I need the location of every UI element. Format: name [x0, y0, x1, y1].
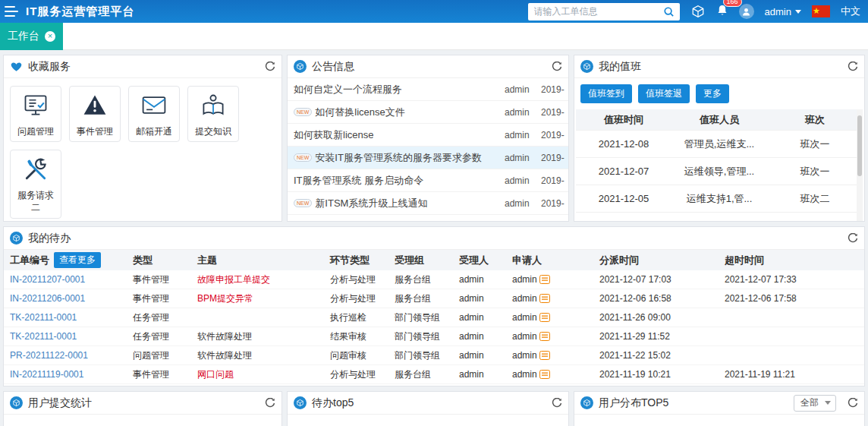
duty-more-button[interactable]: 更多 [696, 84, 729, 103]
todo-row: IN-20211119-0001 事件管理 网口问题 分析与处理 服务台组 ad… [4, 365, 864, 384]
view-more-button[interactable]: 查看更多 [54, 252, 101, 268]
ticket-link[interactable]: PR-20211122-0001 [10, 350, 88, 361]
service-card-label: 服务请求二 [16, 189, 55, 213]
user-menu[interactable]: admin [765, 6, 801, 17]
ticket-link[interactable]: IN-20211207-0001 [10, 274, 85, 285]
announcement-item[interactable]: IT服务管理系统 服务启动命令 admin 2019- [288, 169, 568, 192]
announcement-item-highlighted[interactable]: NEW 安装IT服务管理系统的服务器要求参数 admin 2019- [288, 147, 568, 169]
panel-title: 用户分布TOP5 [599, 396, 668, 410]
service-card-label: 提交知识 [195, 125, 231, 137]
todo-row: TK-202111-0001 任务管理 软件故障处理 结果审核 部门领导组 ad… [4, 327, 864, 346]
applicant-detail-icon [539, 332, 550, 341]
ticket-link[interactable]: IN-20211119-0001 [10, 369, 83, 380]
todo-row: IN-20211206-0001 事件管理 BPM提交异常 分析与处理 服务台组… [4, 289, 864, 308]
service-card-incident[interactable]: 事件管理 [69, 86, 121, 142]
ticket-link[interactable]: TK-202111-0001 [10, 312, 77, 323]
duty-row: 2021-12-05运维支持1,管...班次二 [576, 185, 863, 213]
menu-icon[interactable] [5, 6, 18, 17]
service-card-knowledge[interactable]: 提交知识 [187, 86, 239, 142]
scope-filter-select[interactable]: 全部 [794, 395, 836, 412]
service-card-label: 邮箱开通 [136, 125, 172, 137]
refresh-icon[interactable] [265, 62, 275, 72]
app-window: IT服务运营管理平台 166 admin ★ [0, 0, 868, 426]
refresh-icon[interactable] [848, 398, 858, 409]
user-avatar[interactable] [739, 4, 754, 19]
announcement-item[interactable]: 如何获取新license admin 2019- [288, 124, 568, 147]
tab-label: 工作台 [8, 30, 39, 43]
applicant-detail-icon [539, 370, 550, 379]
todo-row: PR-20211122-0001 问题管理 软件故障处理 问题审核 部门领导组 … [4, 346, 864, 365]
applicant-detail-icon [539, 275, 550, 284]
todo-row: TK-202111-0001 任务管理 执行巡检 部门领导组 admin adm… [4, 308, 864, 327]
new-badge: NEW [294, 199, 312, 207]
user-distribution-panel: 用户分布TOP5 全部 [574, 391, 865, 426]
refresh-icon[interactable] [848, 62, 858, 72]
applicant-detail-icon [539, 294, 550, 303]
panel-title: 收藏服务 [28, 60, 71, 74]
service-card-email[interactable]: 邮箱开通 [128, 86, 180, 142]
tools-icon [22, 156, 49, 186]
app-title: IT服务运营管理平台 [26, 5, 134, 19]
search-box [528, 3, 680, 21]
refresh-icon[interactable] [552, 398, 562, 409]
duty-table-header: 值班时间值班人员班次 [576, 109, 863, 131]
new-badge: NEW [294, 153, 312, 162]
applicant-detail-icon [539, 313, 550, 322]
panel-title: 公告信息 [312, 60, 354, 74]
refresh-icon[interactable] [552, 62, 562, 72]
announcements-panel: 公告信息 如何自定义一个流程服务 admin 2019- NEW 如何替换lic… [287, 55, 569, 222]
tab-bar: 工作台 × [0, 23, 868, 50]
notification-count-badge: 166 [723, 0, 742, 7]
announcement-cube-icon [294, 60, 307, 73]
service-card-label: 事件管理 [77, 125, 113, 137]
panel-title: 我的值班 [599, 60, 641, 74]
todo-table-header: 工单编号查看更多 类型 主题 环节类型 受理组 受理人 申请人 分派时间 超时时… [4, 250, 864, 270]
duty-signin-button[interactable]: 值班签到 [580, 84, 632, 103]
top5-cube-icon [294, 396, 307, 409]
duty-cube-icon [580, 60, 593, 73]
app-cube-icon[interactable] [690, 4, 706, 19]
tab-close-icon[interactable]: × [45, 31, 55, 42]
heart-icon [10, 61, 23, 72]
duty-row: 2021-12-07运维领导,管理...班次一 [576, 158, 863, 185]
todo-row: IN-20211207-0001 事件管理 故障申报工单提交 分析与处理 服务台… [4, 270, 864, 289]
panel-title: 待办top5 [312, 396, 354, 410]
duty-scrollbar[interactable] [857, 109, 863, 221]
ticket-link[interactable]: TK-202111-0001 [10, 331, 77, 342]
stats-cube-icon [10, 396, 23, 409]
tab-workbench[interactable]: 工作台 × [0, 23, 63, 50]
notifications-bell-icon[interactable]: 166 [716, 4, 728, 20]
main-content: 收藏服务 问题管理 [0, 50, 868, 426]
applicant-detail-icon [539, 351, 550, 360]
search-icon[interactable] [662, 5, 677, 19]
service-card-label: 问题管理 [17, 125, 54, 137]
duty-panel: 我的值班 值班签到 值班签退 更多 值班时间值班人员班次 2021-12-08管… [574, 55, 865, 222]
announcement-item[interactable]: 如何自定义一个流程服务 admin 2019- [288, 78, 568, 101]
email-icon [140, 92, 168, 122]
ticket-link[interactable]: IN-20211206-0001 [10, 293, 85, 304]
todo-panel: 我的待办 工单编号查看更多 类型 主题 环节类型 受理组 受理人 申请人 分派时… [3, 226, 865, 387]
refresh-icon[interactable] [848, 233, 858, 244]
favorites-panel: 收藏服务 问题管理 [3, 55, 282, 222]
new-badge: NEW [294, 108, 312, 116]
alert-triangle-icon [81, 92, 108, 122]
chevron-down-icon [825, 401, 831, 405]
refresh-icon[interactable] [265, 398, 275, 409]
service-card-problem[interactable]: 问题管理 [10, 86, 61, 142]
china-flag-icon: ★ [812, 5, 830, 17]
announcement-item[interactable]: NEW 新ITSM系统升级上线通知 admin 2019- [288, 192, 568, 215]
book-reader-icon [200, 92, 227, 122]
panel-title: 我的待办 [28, 232, 71, 245]
search-input[interactable] [528, 3, 680, 21]
distribution-cube-icon [580, 396, 593, 409]
top-header: IT服务运营管理平台 166 admin ★ [0, 0, 868, 23]
language-switch[interactable]: 中文 [841, 5, 860, 18]
announcement-item[interactable]: NEW 如何替换license文件 admin 2019- [288, 101, 568, 124]
chevron-down-icon [795, 10, 801, 14]
announcement-list: 如何自定义一个流程服务 admin 2019- NEW 如何替换license文… [288, 78, 568, 221]
todo-cube-icon [10, 232, 23, 245]
user-stats-panel: 用户提交统计 [3, 391, 282, 426]
duty-signout-button[interactable]: 值班签退 [638, 84, 690, 103]
service-card-request[interactable]: 服务请求二 [10, 150, 61, 218]
username: admin [765, 6, 791, 17]
